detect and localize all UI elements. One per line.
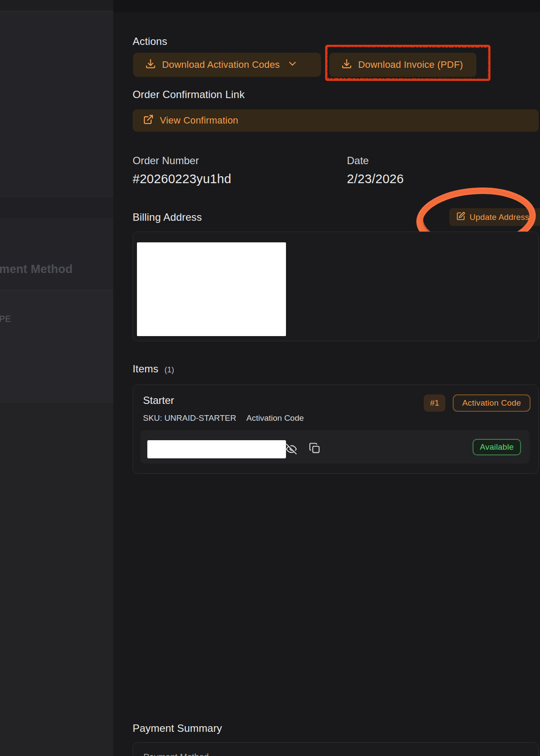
- payment-summary-heading: Payment Summary: [133, 722, 222, 734]
- copy-code-button[interactable]: [309, 442, 321, 454]
- sidebar-order-row[interactable]: [0, 197, 113, 219]
- item-index-badge: #1: [424, 394, 445, 412]
- item-sku-line: SKU: UNRAID-STARTER Activation Code: [143, 413, 304, 423]
- sidebar: ment Method PE: [0, 0, 113, 756]
- panel-top-strip: [113, 0, 540, 12]
- activation-code-redacted: [147, 440, 286, 458]
- items-heading: Items (1): [133, 363, 174, 375]
- download-icon: [145, 58, 156, 72]
- billing-address-card: [133, 232, 539, 341]
- items-count: (1): [165, 365, 175, 375]
- items-heading-label: Items: [133, 363, 159, 375]
- update-address-button[interactable]: Update Address: [449, 208, 540, 226]
- download-activation-codes-button[interactable]: Download Activation Codes: [133, 53, 321, 77]
- order-date-value: 2/23/2026: [347, 172, 404, 186]
- item-type-badge: Activation Code: [453, 394, 530, 412]
- view-confirmation-label: View Confirmation: [160, 115, 238, 126]
- code-status-badge: Available: [473, 439, 521, 455]
- sidebar-stripe-value: PE: [0, 314, 11, 324]
- toggle-code-visibility-button[interactable]: [286, 443, 297, 455]
- sidebar-bottom-block: [0, 403, 113, 756]
- item-name: Starter: [143, 394, 174, 407]
- item-sku: SKU: UNRAID-STARTER: [143, 413, 236, 422]
- payment-summary-card: Payment Method: [133, 742, 539, 756]
- billing-address-redacted: [137, 242, 286, 336]
- download-invoice-label: Download Invoice (PDF): [358, 59, 463, 70]
- order-confirmation-heading: Order Confirmation Link: [133, 89, 245, 101]
- edit-icon: [456, 212, 465, 223]
- item-card: Starter #1 Activation Code SKU: UNRAID-S…: [133, 384, 539, 474]
- update-address-label: Update Address: [470, 213, 529, 222]
- billing-address-heading: Billing Address: [133, 211, 202, 223]
- order-number-value: #20260223yu1hd: [133, 172, 231, 186]
- sidebar-payment-method-block: PE: [0, 290, 113, 403]
- eye-off-icon: [286, 450, 297, 456]
- download-invoice-button[interactable]: Download Invoice (PDF): [329, 53, 476, 77]
- payment-method-label: Payment Method: [143, 752, 209, 756]
- chevron-down-icon: [288, 59, 297, 71]
- external-link-icon: [143, 114, 154, 127]
- order-details-page: ment Method PE Actions Download Activati…: [0, 0, 540, 756]
- order-date-label: Date: [347, 155, 369, 167]
- download-icon: [341, 58, 352, 72]
- sidebar-top-strip: [0, 0, 113, 11]
- download-activation-codes-label: Download Activation Codes: [162, 59, 280, 70]
- copy-icon: [309, 449, 321, 455]
- actions-heading: Actions: [133, 35, 167, 48]
- order-number-label: Order Number: [133, 155, 199, 167]
- sidebar-payment-method-heading: ment Method: [0, 263, 73, 276]
- item-sku-type: Activation Code: [246, 413, 304, 422]
- activation-code-row: Available: [140, 430, 530, 464]
- view-confirmation-button[interactable]: View Confirmation: [133, 109, 539, 132]
